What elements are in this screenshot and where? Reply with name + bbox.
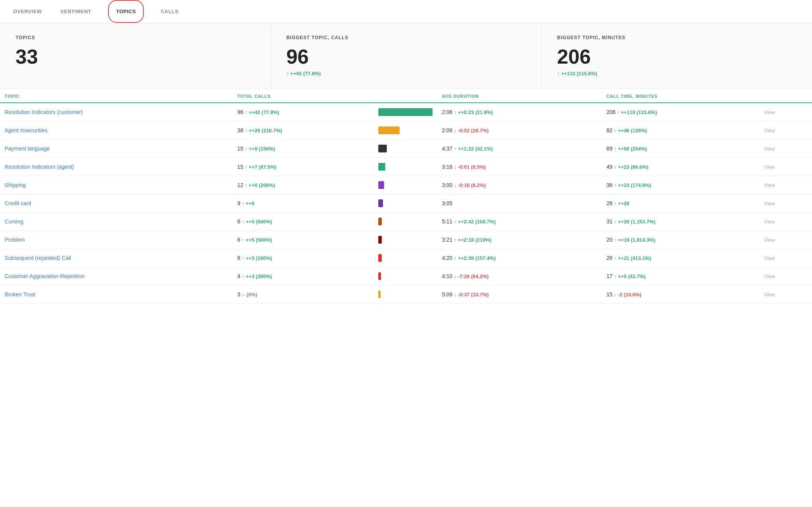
calls-change: ↑ ++26 (216.7%) [245,128,282,133]
topic-name-cell[interactable]: Payment language [0,140,233,158]
call-time-number: 82 [607,127,614,133]
calls-number: 6 [237,218,242,225]
avg-duration-cell: 4:10 ↓ -7:28 (64.2%) [437,267,602,286]
summary-card-title: BIGGEST TOPIC, CALLS [286,35,526,40]
calls-change: ↑ ++7 (87.5%) [245,164,277,170]
table-row: Credit card9 ↑ ++93:05 28 ↑ ++28View [0,194,812,213]
topic-name-cell[interactable]: Agent insecurities [0,121,233,140]
view-link[interactable]: View [764,109,775,115]
table-row: Cursing6 ↑ ++5 (500%)5:11 ↑ ++2:42 (108.… [0,213,812,231]
nav-item-topics[interactable]: TOPICS [108,0,143,23]
view-cell[interactable]: View [760,103,812,121]
view-cell[interactable]: View [760,194,812,213]
call-time-number: 15 [607,291,614,298]
view-link[interactable]: View [764,146,775,152]
view-cell[interactable]: View [760,231,812,249]
topic-name[interactable]: Payment language [5,145,50,152]
topic-name-cell[interactable]: Subsequent (repeated) Call [0,249,233,267]
nav-item-overview[interactable]: OVERVIEW [12,0,43,23]
call-time-number: 26 [607,255,614,261]
total-calls-cell: 15 ↑ ++9 (150%) [233,140,374,158]
avg-duration-number: 3:21 [442,237,454,243]
nav-bar: OVERVIEWSENTIMENTTOPICSCALLS [0,0,812,23]
duration-change: ↓ -0:52 (28.7%) [454,128,489,133]
call-time-number: 28 [607,200,614,206]
topic-name[interactable]: Agent insecurities [5,127,48,133]
duration-change: ↓ -7:28 (64.2%) [454,273,489,279]
topic-name[interactable]: Problem [5,237,25,243]
view-cell[interactable]: View [760,158,812,176]
topic-name[interactable]: Cursing [5,218,23,225]
topic-name[interactable]: Shipping [5,182,26,188]
calls-number: 9 [237,200,242,206]
topic-name-cell[interactable]: Credit card [0,194,233,213]
view-cell[interactable]: View [760,213,812,231]
bar-cell [374,231,437,249]
topic-name-cell[interactable]: Broken Trust [0,286,233,304]
topic-name[interactable]: Subsequent (repeated) Call [5,255,71,261]
col-avg-duration: AVG DURATION [437,88,602,103]
total-calls-cell: 38 ↑ ++26 (216.7%) [233,121,374,140]
avg-duration-number: 4:20 [442,255,454,261]
call-time-number: 206 [607,109,617,115]
topic-name[interactable]: Broken Trust [5,291,35,298]
view-link[interactable]: View [764,273,775,279]
time-change: ↑ ++23 (86.6%) [614,164,648,170]
total-calls-cell: 6 ↑ ++3 (100%) [233,249,374,267]
view-link[interactable]: View [764,292,775,298]
topic-name-cell[interactable]: Resolution Indicators (agent) [0,158,233,176]
view-link[interactable]: View [764,237,775,243]
calls-change: ↑ ++3 (100%) [242,255,272,261]
bar-cell [374,158,437,176]
view-cell[interactable]: View [760,286,812,304]
summary-card-biggest-topic-minutes: BIGGEST TOPIC, MINUTES206↑ ++110 (115.6%… [541,23,812,88]
bar-cell [374,267,437,286]
call-time-cell: 31 ↑ ++29 (1,153.7%) [602,213,760,231]
view-link[interactable]: View [764,128,775,133]
duration-change: ↑ ++1:22 (42.1%) [454,146,493,152]
bar-cell [374,286,437,304]
avg-duration-cell: 3:05 [437,194,602,213]
topic-name[interactable]: Resolution Indicators (agent) [5,164,74,170]
time-change: ↑ ++29 (1,153.7%) [614,219,655,225]
bar-cell [374,103,437,121]
time-change: ↑ ++28 [614,201,629,206]
view-link[interactable]: View [764,201,775,206]
view-cell[interactable]: View [760,249,812,267]
topic-name-cell[interactable]: Cursing [0,213,233,231]
topic-name[interactable]: Credit card [5,200,31,206]
view-link[interactable]: View [764,182,775,188]
view-cell[interactable]: View [760,140,812,158]
topic-name-cell[interactable]: Problem [0,231,233,249]
duration-change: ↑ ++2:39 (157.4%) [454,255,496,261]
topic-name-cell[interactable]: Resolution Indicators (customer) [0,103,233,121]
view-cell[interactable]: View [760,121,812,140]
summary-card-change: ↑ ++110 (115.6%) [557,71,796,76]
col-call-time: CALL TIME, MINUTES [602,88,760,103]
duration-change: ↑ ++2:42 (108.7%) [454,219,496,225]
calls-number: 3 [237,291,242,298]
summary-card-value: 96 [286,47,526,67]
topic-name[interactable]: Customer Aggravation-Repetition [5,273,84,279]
call-time-cell: 36 ↑ ++23 (174.9%) [602,176,760,194]
bar-cell [374,176,437,194]
topic-name[interactable]: Resolution Indicators (customer) [5,109,83,115]
bar-cell [374,194,437,213]
nav-item-calls[interactable]: CALLS [159,0,180,23]
view-link[interactable]: View [764,219,775,225]
table-row: Shipping12 ↑ ++8 (200%)3:00 ↓ -0:16 (8.2… [0,176,812,194]
call-time-cell: 17 ↑ ++5 (43.7%) [602,267,760,286]
topic-bar [378,218,382,225]
topic-name-cell[interactable]: Customer Aggravation-Repetition [0,267,233,286]
time-change: ↑ ++5 (43.7%) [614,273,646,279]
call-time-number: 69 [607,145,614,152]
avg-duration-number: 5:11 [442,218,454,225]
view-cell[interactable]: View [760,176,812,194]
total-calls-cell: 15 ↑ ++7 (87.5%) [233,158,374,176]
view-link[interactable]: View [764,255,775,261]
view-cell[interactable]: View [760,267,812,286]
topic-bar [378,145,387,152]
view-link[interactable]: View [764,164,775,170]
nav-item-sentiment[interactable]: SENTIMENT [59,0,93,23]
topic-name-cell[interactable]: Shipping [0,176,233,194]
